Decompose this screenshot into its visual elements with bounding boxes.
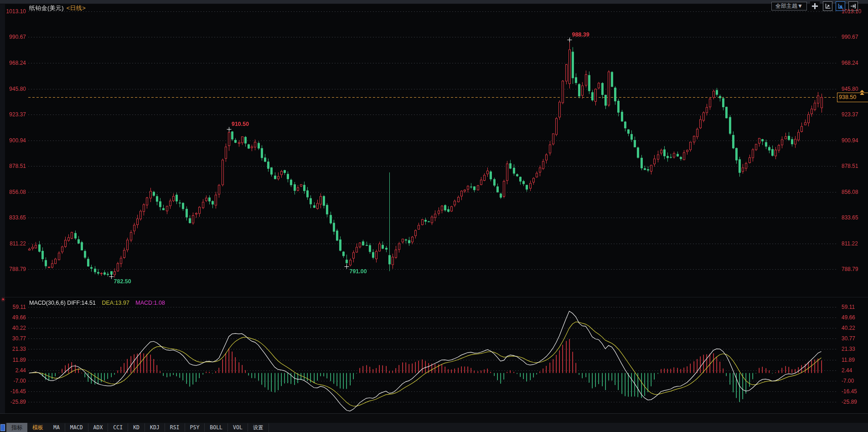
tab-kd[interactable]: KD	[128, 423, 145, 432]
tab-boll[interactable]: BOLL	[205, 423, 228, 432]
period-tag: <日线>	[67, 5, 86, 11]
tab-macd[interactable]: MACD	[65, 423, 88, 432]
high-annotation: 988.39	[572, 31, 589, 38]
price-axis-label: 923.37	[842, 111, 858, 118]
price-axis-label: 1013.10	[842, 8, 861, 15]
price-axis-label: 968.24	[0, 60, 26, 66]
macd-axis-label: -25.89	[842, 399, 857, 405]
date-axis: 日线▲	[0, 413, 868, 423]
macd-axis-label: -7.00	[0, 378, 26, 384]
tab-vol[interactable]: VOL	[228, 423, 248, 432]
price-axis-label: 788.79	[842, 266, 858, 272]
macd-axis-label: 21.33	[842, 346, 855, 352]
price-axis-label: 811.22	[842, 240, 858, 247]
price-axis-label: 968.24	[842, 60, 858, 66]
macd-axis-label: 49.66	[842, 314, 855, 321]
high-annotation: 910.50	[232, 121, 249, 127]
tab-settings[interactable]: 设置	[248, 423, 269, 432]
macd-axis-label: -7.00	[842, 378, 854, 384]
price-axis-label: 878.51	[0, 163, 26, 169]
window-top-strip	[0, 0, 868, 4]
tab-cci[interactable]: CCI	[108, 423, 128, 432]
macd-axis-label: 2.44	[842, 367, 852, 374]
price-axis-label: 945.80	[842, 86, 858, 92]
macd-axis-label: -16.45	[0, 388, 26, 395]
price-axis-label: 923.37	[0, 111, 26, 118]
tab-ma[interactable]: MA	[48, 423, 65, 432]
price-axis-label: 900.94	[842, 137, 858, 144]
price-axis-label: 856.08	[842, 189, 858, 195]
low-annotation: 791.00	[349, 268, 367, 275]
drag-handle-icon[interactable]	[0, 424, 5, 431]
macd-macd-value: MACD:1.08	[135, 300, 165, 306]
price-axis-label: 990.67	[0, 34, 26, 40]
chart-canvas[interactable]	[0, 0, 868, 432]
price-axis-label: 990.67	[842, 34, 858, 40]
tab-psy[interactable]: PSY	[185, 423, 205, 432]
price-axis-label: 1013.10	[0, 8, 26, 15]
macd-axis-label: 21.33	[0, 346, 26, 352]
macd-axis-label: 30.77	[842, 335, 855, 342]
tab-adx[interactable]: ADX	[88, 423, 108, 432]
price-axis-label: 900.94	[0, 137, 26, 144]
price-axis-label: 833.65	[0, 214, 26, 221]
macd-axis-label: -16.45	[842, 388, 857, 395]
macd-axis-label: 40.22	[0, 325, 26, 331]
macd-header: MACD(30,6,6) DIFF:14.51 DEA:13.97 MACD:1…	[29, 300, 165, 306]
macd-axis-label: 40.22	[842, 325, 855, 331]
macd-axis-label: 2.44	[0, 367, 26, 374]
price-axis-label: 811.22	[0, 240, 26, 247]
theme-dropdown[interactable]: 全部主题▼	[771, 2, 807, 10]
macd-dea-value: DEA:13.97	[102, 300, 129, 306]
macd-axis-label: 49.66	[0, 314, 26, 321]
price-axis-label: 833.65	[842, 214, 858, 221]
macd-axis-label: 59.11	[842, 304, 855, 310]
price-axis-label: 945.80	[0, 86, 26, 92]
tab-kdj[interactable]: KDJ	[145, 423, 165, 432]
latest-price-arrow-icon[interactable]	[860, 90, 865, 95]
price-axis-label: 878.51	[842, 163, 858, 169]
pan-icon[interactable]	[810, 1, 820, 11]
price-axis-label: 788.79	[0, 266, 26, 272]
symbol-name: 纸铂金(美元)	[29, 5, 64, 11]
chart-title: 纸铂金(美元) <日线>	[29, 4, 86, 12]
tab-templates[interactable]: 模板	[27, 423, 48, 432]
sun-icon[interactable]: ☀	[0, 296, 6, 303]
price-axis-label: 856.08	[0, 189, 26, 195]
macd-axis-label: -25.89	[0, 399, 26, 405]
macd-params-diff: MACD(30,6,6) DIFF:14.51	[29, 300, 96, 306]
indicator-tabbar: 指标 模板 MA MACD ADX CCI KD KDJ RSI PSY BOL…	[0, 423, 868, 432]
tab-indicators[interactable]: 指标	[6, 423, 27, 432]
tab-rsi[interactable]: RSI	[165, 423, 185, 432]
low-annotation: 782.50	[114, 278, 131, 285]
macd-axis-label: 59.11	[0, 304, 26, 310]
macd-axis-label: 11.89	[842, 357, 855, 363]
macd-axis-label: 30.77	[0, 335, 26, 342]
fit-chart-icon[interactable]	[823, 1, 832, 11]
macd-axis-label: 11.89	[0, 357, 26, 363]
